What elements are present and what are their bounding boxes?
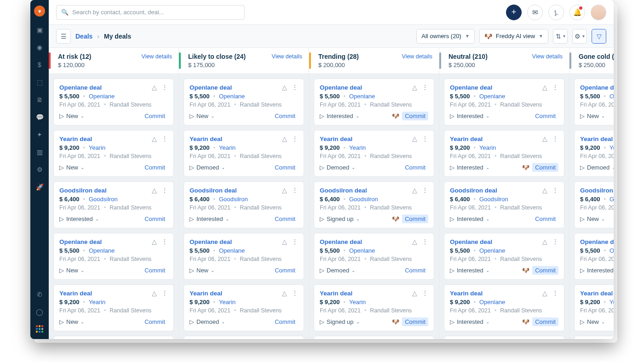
commit-button[interactable]: Commit <box>532 163 558 172</box>
stage-dropdown[interactable]: ◁Interested⌄ <box>450 113 489 119</box>
stage-dropdown[interactable]: ◁Interested⌄ <box>450 267 489 274</box>
account-link[interactable]: Goodsilron <box>219 196 248 203</box>
warning-icon[interactable]: △ <box>542 135 547 142</box>
warning-icon[interactable]: △ <box>542 84 547 91</box>
warning-icon[interactable]: △ <box>412 289 417 297</box>
deal-card[interactable]: Yearin deal△⋮$ 9,200•YearinFri Apr 06, 2… <box>574 284 614 331</box>
deal-name-link[interactable]: Goodsilron deal <box>580 187 614 194</box>
account-link[interactable]: Yearin <box>89 144 105 151</box>
stage-dropdown[interactable]: ◁Interested⌄ <box>190 215 229 222</box>
deal-card[interactable]: Openlane deal△⋮$ 5,500•OpenlaneFri Apr 0… <box>444 233 564 280</box>
account-link[interactable]: Yearin <box>219 144 236 151</box>
deal-card[interactable]: Goodsilron deal△⋮$ 6,400•GoodsilronFri A… <box>184 336 304 339</box>
account-link[interactable]: Openlane <box>89 247 115 254</box>
deal-card[interactable]: Yearin deal△⋮$ 9,200•YearinFri Apr 06, 2… <box>184 284 304 331</box>
nav-reports-icon[interactable]: ▥ <box>35 148 44 156</box>
deal-card[interactable]: Yearin deal△⋮$ 9,200•YearinFri Apr 06, 2… <box>444 130 564 177</box>
view-details-link[interactable]: View details <box>142 53 172 60</box>
stage-dropdown[interactable]: ◁New⌄ <box>580 215 605 222</box>
account-link[interactable]: Yearin <box>610 144 614 151</box>
freddy-insight-icon[interactable]: 🐶 <box>522 164 529 171</box>
account-link[interactable]: Yearin <box>349 144 366 151</box>
commit-button[interactable]: Commit <box>142 112 168 120</box>
deal-card[interactable]: Yearin deal△⋮$ 9,200•YearinFri Apr 06, 2… <box>314 284 434 331</box>
filter-button[interactable]: ▽ <box>592 29 606 44</box>
deal-name-link[interactable]: Openlane deal <box>580 238 614 245</box>
warning-icon[interactable]: △ <box>282 135 287 142</box>
more-menu-icon[interactable]: ⋮ <box>161 238 168 245</box>
account-link[interactable]: Openlane <box>349 247 375 254</box>
account-link[interactable]: Goodsilron <box>479 196 508 203</box>
account-link[interactable]: Openlane <box>219 247 245 254</box>
deal-name-link[interactable]: Yearin deal <box>450 290 483 297</box>
nav-apps-icon[interactable] <box>36 325 43 333</box>
commit-button[interactable]: Commit <box>272 163 298 172</box>
nav-contacts-icon[interactable]: ◉ <box>35 43 44 51</box>
commit-button[interactable]: Commit <box>402 317 428 326</box>
deal-card[interactable]: Goodsilron deal△⋮$ 6,400•GoodsilronFri A… <box>314 336 434 339</box>
commit-button[interactable]: Commit <box>402 163 428 172</box>
more-menu-icon[interactable]: ⋮ <box>292 289 298 297</box>
commit-button[interactable]: Commit <box>532 215 558 223</box>
stage-dropdown[interactable]: ◁Demoed⌄ <box>320 267 355 274</box>
deal-name-link[interactable]: Goodsilron deal <box>450 187 497 194</box>
warning-icon[interactable]: △ <box>152 187 157 194</box>
warning-icon[interactable]: △ <box>542 289 547 297</box>
more-menu-icon[interactable]: ⋮ <box>292 135 298 142</box>
warning-icon[interactable]: △ <box>412 238 417 245</box>
deal-name-link[interactable]: Openlane deal <box>59 84 102 91</box>
more-menu-icon[interactable]: ⋮ <box>161 84 168 91</box>
commit-button[interactable]: Commit <box>142 317 168 326</box>
stage-dropdown[interactable]: ◁New⌄ <box>59 267 84 274</box>
deal-card[interactable]: Goodsilron deal△⋮$ 6,400•GoodsilronFri A… <box>53 181 174 228</box>
stage-dropdown[interactable]: ◁Demoed⌄ <box>190 318 225 325</box>
view-details-link[interactable]: View details <box>272 53 302 60</box>
account-link[interactable]: Openlane <box>610 93 614 100</box>
sort-button[interactable]: ⇅ ▾ <box>553 29 568 44</box>
user-avatar[interactable] <box>591 5 606 20</box>
freddy-insight-icon[interactable]: 🐶 <box>392 215 399 222</box>
nav-deals-icon[interactable]: $ <box>35 61 44 69</box>
deal-name-link[interactable]: Goodsilron deal <box>320 187 367 194</box>
more-menu-icon[interactable]: ⋮ <box>552 238 558 245</box>
deal-name-link[interactable]: Goodsilron deal <box>59 187 107 194</box>
warning-icon[interactable]: △ <box>282 289 287 297</box>
account-link[interactable]: Openlane <box>479 93 505 100</box>
more-menu-icon[interactable]: ⋮ <box>161 187 168 194</box>
account-link[interactable]: Yearin <box>479 144 496 151</box>
list-view-toggle[interactable]: ☰ <box>56 29 71 44</box>
stage-dropdown[interactable]: ◁New⌄ <box>59 164 84 171</box>
deal-name-link[interactable]: Yearin deal <box>580 290 613 297</box>
owners-dropdown[interactable]: All owners (20) ▼ <box>416 29 475 44</box>
warning-icon[interactable]: △ <box>542 238 547 245</box>
deal-card[interactable]: Openlane deal△⋮$ 5,500•OpenlaneFri Apr 0… <box>314 79 434 125</box>
deal-name-link[interactable]: Openlane deal <box>59 238 102 245</box>
more-menu-icon[interactable]: ⋮ <box>161 135 168 142</box>
more-menu-icon[interactable]: ⋮ <box>292 84 298 91</box>
account-link[interactable]: Goodsilron <box>349 196 378 203</box>
stage-dropdown[interactable]: ◁Signed up⌄ <box>320 215 360 222</box>
deal-card[interactable]: Goodsilron deal△⋮$ 6,400•GoodsilronFri A… <box>184 181 304 228</box>
stage-dropdown[interactable]: ◁New⌄ <box>59 113 84 119</box>
stage-dropdown[interactable]: ◁New⌄ <box>190 113 214 119</box>
more-menu-icon[interactable]: ⋮ <box>292 187 298 194</box>
commit-button[interactable]: Commit <box>532 317 558 326</box>
deal-name-link[interactable]: Openlane deal <box>450 238 492 245</box>
nav-message-icon[interactable]: ◯ <box>35 308 44 316</box>
commit-button[interactable]: Commit <box>142 266 168 275</box>
stage-dropdown[interactable]: ◁New⌄ <box>190 267 214 274</box>
announcement-icon[interactable]: ⍼ <box>548 5 564 20</box>
commit-button[interactable]: Commit <box>532 112 558 120</box>
commit-button[interactable]: Commit <box>272 266 298 275</box>
freddy-insight-icon[interactable]: 🐶 <box>392 113 399 119</box>
deal-name-link[interactable]: Yearin deal <box>450 136 483 142</box>
deal-name-link[interactable]: Yearin deal <box>320 290 352 297</box>
account-link[interactable]: Openlane <box>349 93 375 100</box>
stage-dropdown[interactable]: ◁Interested⌄ <box>320 113 359 119</box>
account-link[interactable]: Yearin <box>610 299 614 305</box>
app-logo[interactable]: ▾ <box>34 6 45 17</box>
deal-card[interactable]: Openlane deal△⋮$ 5,500•OpenlaneFri Apr 0… <box>53 233 174 280</box>
deal-name-link[interactable]: Openlane deal <box>450 84 492 91</box>
commit-button[interactable]: Commit <box>532 266 558 275</box>
account-link[interactable]: Openlane <box>479 247 505 254</box>
